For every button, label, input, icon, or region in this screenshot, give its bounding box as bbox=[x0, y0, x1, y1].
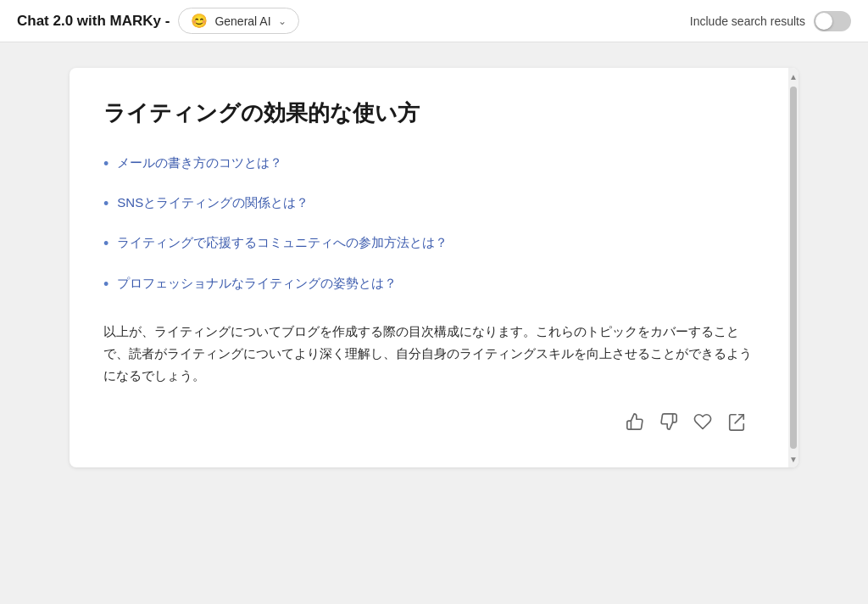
bullet-dot-1: • bbox=[103, 154, 108, 175]
chat-heading: ライティングの効果的な使い方 bbox=[103, 98, 754, 128]
header: Chat 2.0 with MARKy - 😊 General AI ⌄ Inc… bbox=[0, 0, 868, 42]
main-content: ライティングの効果的な使い方 • メールの書き方のコツとは？ • SNSとライテ… bbox=[0, 42, 868, 604]
list-item: • プロフェッショナルなライティングの姿勢とは？ bbox=[103, 274, 754, 295]
list-item: • ライティングで応援するコミュニティへの参加方法とは？ bbox=[103, 233, 754, 254]
scrollbar-thumb[interactable] bbox=[790, 87, 797, 449]
list-item: • メールの書き方のコツとは？ bbox=[103, 154, 754, 175]
bullet-text-1: メールの書き方のコツとは？ bbox=[117, 154, 282, 173]
chat-scroll-area[interactable]: ライティングの効果的な使い方 • メールの書き方のコツとは？ • SNSとライテ… bbox=[70, 68, 788, 467]
scrollbar-up-arrow[interactable]: ▲ bbox=[788, 70, 798, 83]
chat-paragraph: 以上が、ライティングについてブログを作成する際の目次構成になります。これらのトピ… bbox=[103, 321, 754, 387]
chat-card: ライティングの効果的な使い方 • メールの書き方のコツとは？ • SNSとライテ… bbox=[70, 68, 798, 467]
heart-button[interactable] bbox=[693, 412, 712, 435]
thumbs-down-button[interactable] bbox=[659, 412, 678, 435]
scrollbar-track[interactable]: ▲ ▼ bbox=[788, 68, 798, 467]
search-results-toggle[interactable] bbox=[814, 11, 851, 31]
bullet-text-2: SNSとライティングの関係とは？ bbox=[117, 193, 309, 213]
chevron-down-icon: ⌄ bbox=[278, 15, 287, 27]
toggle-knob bbox=[815, 13, 832, 30]
bullet-dot-2: • bbox=[103, 193, 108, 215]
thumbs-up-button[interactable] bbox=[626, 412, 644, 435]
action-bar bbox=[103, 412, 754, 444]
model-selector-dropdown[interactable]: 😊 General AI ⌄ bbox=[178, 8, 298, 34]
bullet-dot-3: • bbox=[103, 233, 108, 254]
list-item: • SNSとライティングの関係とは？ bbox=[103, 193, 754, 215]
model-name-label: General AI bbox=[214, 14, 270, 28]
search-results-label: Include search results bbox=[690, 14, 805, 28]
bullet-dot-4: • bbox=[103, 274, 108, 295]
app-title: Chat 2.0 with MARKy - bbox=[17, 13, 170, 30]
bullet-list: • メールの書き方のコツとは？ • SNSとライティングの関係とは？ • ライテ… bbox=[103, 154, 754, 295]
bullet-text-3: ライティングで応援するコミュニティへの参加方法とは？ bbox=[117, 233, 448, 253]
model-emoji-icon: 😊 bbox=[191, 13, 208, 29]
bullet-text-4: プロフェッショナルなライティングの姿勢とは？ bbox=[117, 274, 397, 294]
scrollbar-down-arrow[interactable]: ▼ bbox=[788, 452, 798, 466]
share-button[interactable] bbox=[727, 412, 746, 435]
